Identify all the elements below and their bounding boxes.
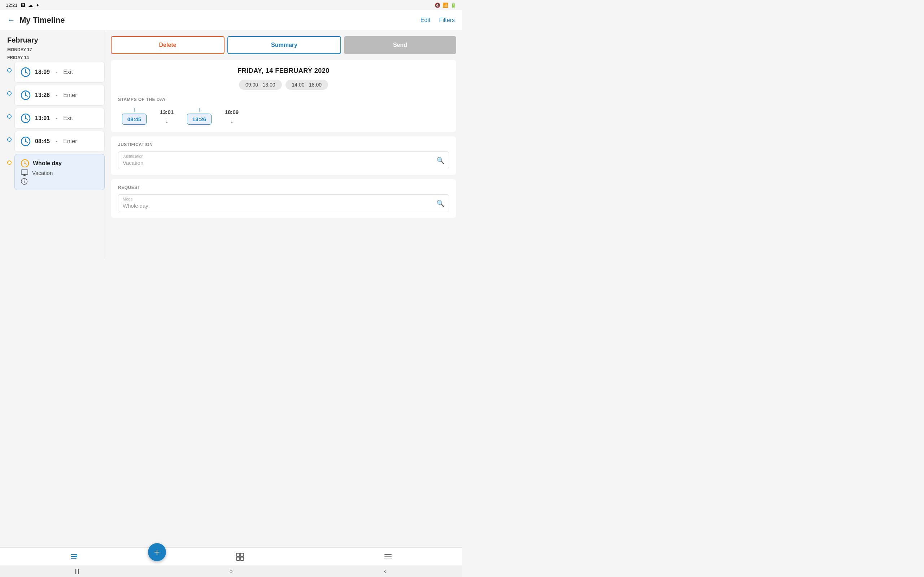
action-buttons: Delete Summary Send <box>105 30 462 60</box>
stamp-1326: ↓ 13:26 <box>183 106 215 125</box>
whole-day-title-row: Whole day <box>21 159 99 168</box>
delete-button[interactable]: Delete <box>111 36 225 54</box>
time-slot-afternoon: 14:00 - 18:00 <box>286 80 328 90</box>
clock-icon <box>21 67 31 77</box>
battery-icon: 🔋 <box>451 3 456 8</box>
left-panel: February MONDAY 17 FRIDAY 14 18:09 - Exi… <box>0 30 105 259</box>
monday-17-label: MONDAY 17 <box>7 47 105 52</box>
svg-point-19 <box>24 163 25 164</box>
cloud-icon: ☁ <box>28 3 33 8</box>
arrow-down-1809: ↓ <box>230 118 233 124</box>
svg-point-7 <box>25 95 26 96</box>
card-action-exit2: Exit <box>63 115 73 121</box>
request-panel: REQUEST Mode Whole day 🔍 <box>111 179 456 218</box>
whole-day-title: Whole day <box>33 160 62 167</box>
whole-day-card[interactable]: Whole day Vacation <box>15 154 105 190</box>
photo-icon: 🖼 <box>21 3 25 8</box>
stamp-1809: 18:09 ↓ <box>215 107 248 124</box>
date-header: FRIDAY, 14 FEBRUARY 2020 <box>118 67 449 75</box>
status-bar-right: 🔇 📶 🔋 <box>435 3 456 8</box>
status-bar: 12:21 🖼 ☁ ✦ 🔇 📶 🔋 <box>0 0 462 10</box>
main-content: February MONDAY 17 FRIDAY 14 18:09 - Exi… <box>0 30 462 259</box>
timeline-card-enter-0845[interactable]: 08:45 - Enter <box>15 131 105 152</box>
svg-point-3 <box>25 71 26 73</box>
justification-title: JUSTIFICATION <box>118 142 449 147</box>
card-time-1809: 18:09 <box>35 69 50 76</box>
svg-point-25 <box>24 180 24 180</box>
dropbox-icon: ✦ <box>36 3 40 8</box>
svg-rect-20 <box>21 170 28 174</box>
date-stamps-panel: FRIDAY, 14 FEBRUARY 2020 09:00 - 13:00 1… <box>111 60 456 132</box>
justification-field[interactable]: Justification Vacation 🔍 <box>118 152 449 169</box>
card-action-exit: Exit <box>63 69 73 76</box>
timeline-dot <box>7 114 11 119</box>
arrow-down-1301: ↓ <box>165 118 168 124</box>
clock-icon <box>21 136 31 147</box>
request-mode-value: Whole day <box>123 203 444 209</box>
clock-icon <box>21 90 31 100</box>
stamps-row: ↓ 08:45 13:01 ↓ ↓ 13:26 18:09 ↓ <box>118 106 449 125</box>
stamp-time-1301: 13:01 <box>155 107 179 117</box>
wifi-icon: 📶 <box>443 3 448 8</box>
timeline-card-exit-1809[interactable]: 18:09 - Exit <box>15 62 105 82</box>
justification-field-value: Vacation <box>123 160 444 166</box>
card-sep: - <box>56 138 57 145</box>
arrow-up-1326: ↓ <box>198 106 201 113</box>
justification-panel: JUSTIFICATION Justification Vacation 🔍 <box>111 136 456 175</box>
request-title: REQUEST <box>118 185 449 190</box>
info-icon <box>21 178 28 185</box>
top-nav: ← My Timeline Edit Filters <box>0 10 462 30</box>
timeline-item-exit-1809: 18:09 - Exit <box>7 62 105 82</box>
time-slots: 09:00 - 13:00 14:00 - 18:00 <box>118 80 449 90</box>
edit-button[interactable]: Edit <box>420 17 431 23</box>
yellow-clock-icon <box>21 159 29 168</box>
back-button[interactable]: ← <box>7 16 15 25</box>
timeline-item-exit-1301: 13:01 - Exit <box>7 108 105 129</box>
card-time-1326: 13:26 <box>35 92 50 98</box>
top-nav-right: Edit Filters <box>420 17 455 23</box>
timeline-card-exit-1301[interactable]: 13:01 - Exit <box>15 108 105 129</box>
clock-icon <box>21 113 31 123</box>
card-time-1301: 13:01 <box>35 115 50 121</box>
request-mode-field[interactable]: Mode Whole day 🔍 <box>118 194 449 212</box>
page-title: My Timeline <box>19 16 65 25</box>
arrow-up-0845: ↓ <box>133 106 136 113</box>
month-label: February <box>7 36 105 44</box>
timeline-card-enter-1326[interactable]: 13:26 - Enter <box>15 85 105 106</box>
svg-point-15 <box>25 141 26 142</box>
stamps-label: STAMPS OF THE DAY <box>118 97 449 102</box>
timeline-list: 18:09 - Exit 13:26 - Enter <box>7 62 105 190</box>
timeline-item-enter-0845: 08:45 - Enter <box>7 131 105 152</box>
justification-field-label: Justification <box>123 154 143 158</box>
card-time-0845: 08:45 <box>35 138 50 145</box>
timeline-dot <box>7 137 11 142</box>
whole-day-monitor-row: Vacation <box>21 169 99 177</box>
time-slot-morning: 09:00 - 13:00 <box>239 80 282 90</box>
whole-day-vacation: Vacation <box>32 170 53 176</box>
summary-button[interactable]: Summary <box>228 36 341 54</box>
stamp-time-0845: 08:45 <box>122 114 147 125</box>
status-bar-left: 12:21 🖼 ☁ ✦ <box>6 3 40 8</box>
filters-button[interactable]: Filters <box>439 17 455 23</box>
request-search-icon[interactable]: 🔍 <box>436 200 444 207</box>
svg-point-11 <box>25 118 26 119</box>
right-panel: Delete Summary Send FRIDAY, 14 FEBRUARY … <box>105 30 462 259</box>
send-button[interactable]: Send <box>344 36 456 54</box>
status-time: 12:21 <box>6 3 18 8</box>
request-mode-label: Mode <box>123 197 133 201</box>
whole-day-info-row <box>21 178 99 185</box>
mute-icon: 🔇 <box>435 3 440 8</box>
card-action-enter: Enter <box>63 92 77 98</box>
stamp-time-1809: 18:09 <box>220 107 244 117</box>
stamp-1301: 13:01 ↓ <box>150 107 183 124</box>
card-action-enter2: Enter <box>63 138 77 145</box>
monitor-icon <box>21 169 29 177</box>
timeline-dot <box>7 68 11 73</box>
stamp-time-1326: 13:26 <box>187 114 212 125</box>
timeline-dot-yellow <box>7 161 11 165</box>
card-sep: - <box>56 115 57 121</box>
justification-search-icon[interactable]: 🔍 <box>436 156 444 164</box>
card-sep: - <box>56 69 57 76</box>
top-nav-left: ← My Timeline <box>7 16 65 25</box>
card-sep: - <box>56 92 57 98</box>
